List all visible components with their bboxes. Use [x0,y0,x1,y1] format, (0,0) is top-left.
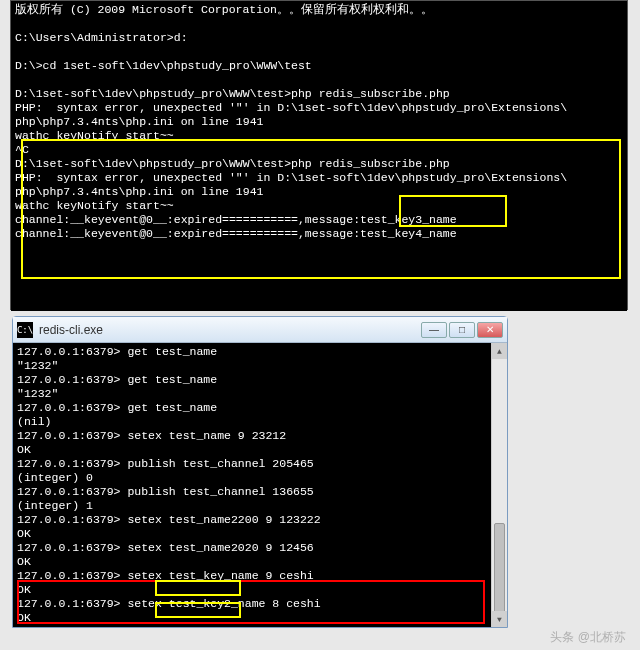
close-button[interactable]: ✕ [477,322,503,338]
redis-cli-window: C:\ redis-cli.exe — □ ✕ 127.0.0.1:6379> … [12,316,508,628]
scrollbar[interactable]: ▲ ▼ [491,343,507,627]
scroll-thumb[interactable] [494,523,505,613]
minimize-button[interactable]: — [421,322,447,338]
titlebar[interactable]: C:\ redis-cli.exe — □ ✕ [13,317,507,343]
cmd-window: 版权所有 (C) 2009 Microsoft Corporation。。保留所… [10,0,628,310]
cmd-terminal[interactable]: 版权所有 (C) 2009 Microsoft Corporation。。保留所… [11,1,627,311]
window-buttons: — □ ✕ [421,322,503,338]
scroll-down-icon[interactable]: ▼ [492,611,507,627]
maximize-button[interactable]: □ [449,322,475,338]
cmd-icon: C:\ [17,322,33,338]
scroll-up-icon[interactable]: ▲ [492,343,507,359]
watermark: 头条 @北桥苏 [550,629,626,646]
window-title: redis-cli.exe [39,323,421,337]
redis-terminal[interactable]: 127.0.0.1:6379> get test_name "1232" 127… [13,343,507,627]
